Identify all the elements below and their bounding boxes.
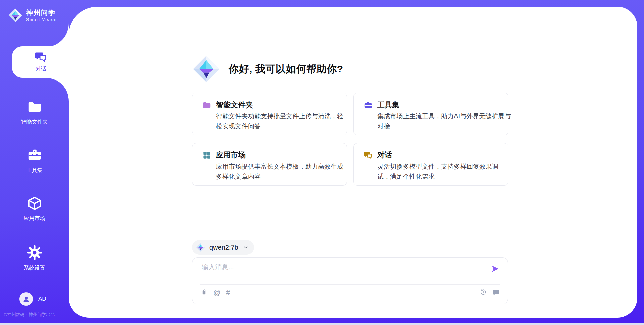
feature-cards: 智能文件夹 智能文件夹功能支持批量文件上传与清洗，轻松实现文件问答 工具集 集成…	[192, 93, 508, 186]
card-description: 集成市场上主流工具，助力AI与外界无缝扩展与对接	[377, 111, 511, 131]
sidebar-item-label: 对话	[12, 66, 70, 73]
card-description: 智能文件夹功能支持批量文件上传与清洗，轻松实现文件问答	[216, 111, 350, 131]
briefcase-icon	[364, 101, 373, 110]
card-title: 工具集	[377, 100, 399, 110]
card-toolset[interactable]: 工具集 集成市场上主流工具，助力AI与外界无缝扩展与对接	[353, 93, 508, 135]
folder-icon	[202, 101, 211, 110]
sidebar-item-app-market[interactable]: 应用市场	[0, 196, 69, 222]
composer-divider	[200, 284, 500, 285]
paperclip-icon[interactable]	[200, 289, 208, 296]
chat-bubbles-icon	[364, 151, 373, 160]
brand-subtitle: Smart Vision	[26, 18, 57, 22]
brand-name: 神州问学	[26, 9, 57, 16]
app-logo-diamond-icon	[192, 55, 221, 83]
brand-diamond-icon	[8, 8, 23, 23]
sidebar-item-smart-folder[interactable]: 智能文件夹	[0, 99, 69, 126]
sidebar-item-toolset[interactable]: 工具集	[0, 147, 69, 174]
sidebar-body: 智能文件夹 工具集 应用市场 系统设置 AD ©神州数码 · 神州问学出品	[0, 78, 69, 325]
at-icon[interactable]: @	[213, 289, 220, 296]
chat-bubbles-icon	[35, 51, 47, 63]
sidebar-header: 神州问学 Smart Vision	[0, 0, 69, 47]
card-description: 应用市场提供丰富长文本模板，助力高效生成多样化文章内容	[216, 161, 350, 182]
sidebar-footer: ©神州数码 · 神州问学出品	[4, 312, 68, 318]
sidebar-item-settings[interactable]: 系统设置	[0, 245, 69, 272]
toolbox-icon	[27, 147, 42, 163]
sidebar-item-label: 系统设置	[0, 265, 69, 272]
folder-icon	[27, 99, 42, 115]
person-icon	[22, 295, 30, 303]
greeting: 你好, 我可以如何帮助你?	[192, 55, 343, 83]
comment-icon[interactable]	[492, 289, 500, 296]
sidebar-item-label: 工具集	[0, 167, 69, 174]
chevron-down-icon	[243, 244, 249, 250]
card-chat[interactable]: 对话 灵活切换多模型文件，支持多样回复效果调试，满足个性化需求	[353, 143, 508, 186]
hash-icon[interactable]: #	[226, 289, 230, 296]
card-app-market[interactable]: 应用市场 应用市场提供丰富长文本模板，助力高效生成多样化文章内容	[192, 143, 347, 186]
card-description: 灵活切换多模型文件，支持多样回复效果调试，满足个性化需求	[377, 161, 511, 182]
history-icon[interactable]	[480, 289, 487, 296]
greeting-title: 你好, 我可以如何帮助你?	[229, 62, 343, 76]
user-initials: AD	[38, 296, 46, 302]
card-smart-folder[interactable]: 智能文件夹 智能文件夹功能支持批量文件上传与清洗，轻松实现文件问答	[192, 93, 347, 135]
main-content-panel: 你好, 我可以如何帮助你? 智能文件夹 智能文件夹功能支持批量文件上传与清洗，轻…	[69, 7, 637, 318]
sidebar-item-label: 智能文件夹	[0, 119, 69, 126]
diamond-logo-icon	[196, 243, 205, 252]
sidebar-item-label: 应用市场	[0, 215, 69, 222]
card-title: 智能文件夹	[216, 100, 253, 110]
model-name: qwen2:7b	[209, 244, 238, 251]
grid-icon	[202, 151, 211, 160]
avatar[interactable]	[19, 292, 33, 306]
bottom-strip	[0, 323, 644, 325]
model-selector[interactable]: qwen2:7b	[192, 240, 254, 255]
message-composer: @ #	[192, 257, 508, 304]
message-input[interactable]	[201, 263, 464, 271]
sidebar-item-chat[interactable]: 对话	[12, 46, 70, 78]
card-title: 应用市场	[216, 150, 246, 160]
gear-icon	[26, 245, 43, 261]
cube-icon	[27, 196, 42, 211]
send-icon[interactable]	[491, 264, 500, 273]
card-title: 对话	[377, 150, 392, 160]
